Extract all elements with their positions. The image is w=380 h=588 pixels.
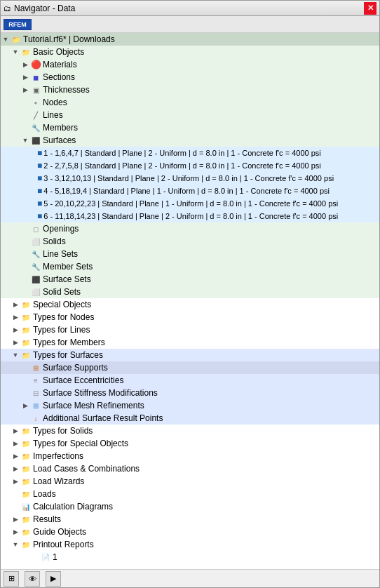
load-wizards-expand[interactable]: ▶ [11, 476, 20, 486]
status-btn-3[interactable]: ▶ [46, 571, 61, 587]
status-btn-2[interactable]: 👁 [25, 571, 40, 587]
load-cases-item[interactable]: ▶ 📁 Load Cases & Combinations [1, 462, 379, 475]
lines-icon: ╱ [30, 109, 41, 121]
types-special-item[interactable]: ▶ 📁 Types for Special Objects [1, 437, 379, 450]
load-wizards-item[interactable]: ▶ 📁 Load Wizards [1, 475, 379, 488]
types-solids-icon: 📁 [20, 425, 32, 436]
additional-surface-icon: ↓ [30, 413, 41, 424]
members-item[interactable]: 🔧 Members [1, 121, 379, 134]
rfem-icon[interactable]: RFEM [4, 19, 32, 30]
printout-reports-item[interactable]: ▼ 📁 Printout Reports [1, 538, 379, 551]
printout-reports-label: Printout Reports [33, 540, 94, 549]
basic-objects-expand[interactable]: ▼ [11, 47, 20, 57]
load-cases-expand[interactable]: ▶ [11, 464, 20, 474]
status-btn-1[interactable]: ⊞ [4, 571, 19, 587]
surface-supports-label: Surface Supports [43, 363, 108, 373]
types-members-icon: 📁 [20, 337, 32, 348]
calc-diagrams-item[interactable]: 📊 Calculation Diagrams [1, 500, 379, 513]
loads-item[interactable]: 📁 Loads [1, 488, 379, 500]
imperfections-item[interactable]: ▶ 📁 Imperfections [1, 450, 379, 462]
results-expand[interactable]: ▶ [11, 514, 20, 524]
openings-item[interactable]: ◻ Openings [1, 222, 379, 235]
openings-icon: ◻ [30, 223, 41, 234]
lines-item[interactable]: ╱ Lines [1, 109, 379, 121]
tree-container[interactable]: ▼ 📁 Tutorial.rf6* | Downloads ▼ 📁 Basic … [1, 33, 379, 569]
special-objects-item[interactable]: ▶ 📁 Special Objects [1, 298, 379, 311]
surface-sets-item[interactable]: ⬛ Surface Sets [1, 273, 379, 286]
basic-objects-label: Basic Objects [33, 47, 84, 57]
thicknesses-expand[interactable]: ▶ [20, 85, 30, 95]
types-lines-icon: 📁 [20, 324, 32, 335]
load-cases-icon: 📁 [20, 463, 32, 474]
types-surfaces-item[interactable]: ▼ 📁 Types for Surfaces [1, 349, 379, 361]
status-btn-1-label: ⊞ [8, 574, 15, 583]
close-button[interactable]: ✕ [364, 2, 376, 15]
main-window: 🗂 Navigator - Data ✕ RFEM ▼ 📁 Tutorial.r… [0, 0, 380, 588]
results-item[interactable]: ▶ 📁 Results [1, 513, 379, 526]
types-surfaces-expand[interactable]: ▼ [11, 350, 20, 360]
rfem-label: RFEM [8, 21, 27, 28]
imperfections-expand[interactable]: ▶ [11, 451, 20, 461]
types-special-expand[interactable]: ▶ [11, 439, 20, 448]
surface-row-1[interactable]: ■ 1 - 1,6,4,7 | Standard | Plane | 2 - U… [1, 147, 379, 159]
line-sets-label: Line Sets [43, 249, 78, 259]
solid-sets-icon: ⬜ [30, 286, 41, 298]
types-members-item[interactable]: ▶ 📁 Types for Members [1, 336, 379, 349]
solids-item[interactable]: ⬜ Solids [1, 235, 379, 248]
surface-row-5[interactable]: ■ 5 - 20,10,22,23 | Standard | Plane | 1… [1, 197, 379, 210]
surface-row-3[interactable]: ■ 3 - 3,12,10,13 | Standard | Plane | 2 … [1, 172, 379, 185]
types-lines-expand[interactable]: ▶ [11, 325, 20, 335]
printout-reports-expand[interactable]: ▼ [11, 540, 20, 549]
surface-eccentricities-label: Surface Eccentricities [43, 375, 123, 385]
surfaces-icon: ⬛ [30, 135, 41, 146]
surface-stiffness-icon: ⊟ [30, 387, 41, 399]
types-solids-item[interactable]: ▶ 📁 Types for Solids [1, 425, 379, 437]
surface-eccentricities-item[interactable]: ≡ Surface Eccentricities [1, 374, 379, 387]
guide-objects-item[interactable]: ▶ 📁 Guide Objects [1, 526, 379, 538]
line-sets-item[interactable]: 🔧 Line Sets [1, 248, 379, 260]
root-expand[interactable]: ▼ [1, 34, 11, 44]
surface-supports-item[interactable]: ⊞ Surface Supports [1, 361, 379, 374]
sections-expand[interactable]: ▶ [20, 72, 30, 82]
surface-sets-label: Surface Sets [43, 274, 91, 284]
surface-row-6[interactable]: ■ 6 - 11,18,14,23 | Standard | Plane | 2… [1, 210, 379, 222]
surfaces-item[interactable]: ▼ ⬛ Surfaces [1, 134, 379, 147]
types-solids-expand[interactable]: ▶ [11, 426, 20, 436]
surface-5-label: 5 - 20,10,22,23 | Standard | Plane | 1 -… [42, 199, 338, 208]
surfaces-expand[interactable]: ▼ [20, 135, 30, 145]
calc-diagrams-label: Calculation Diagrams [33, 502, 113, 512]
materials-item[interactable]: ▶ 🔴 Materials [1, 58, 379, 71]
surface-4-label: 4 - 5,18,19,4 | Standard | Plane | 1 - U… [42, 187, 330, 195]
solid-sets-label: Solid Sets [43, 287, 81, 297]
calc-diagrams-icon: 📊 [20, 501, 32, 512]
additional-surface-label: Additional Surface Result Points [43, 413, 163, 423]
types-members-expand[interactable]: ▶ [11, 338, 20, 347]
types-lines-item[interactable]: ▶ 📁 Types for Lines [1, 323, 379, 336]
types-nodes-expand[interactable]: ▶ [11, 312, 20, 322]
surface-supports-icon: ⊞ [30, 362, 41, 373]
surface-row-4[interactable]: ■ 4 - 5,18,19,4 | Standard | Plane | 1 -… [1, 185, 379, 197]
additional-surface-item[interactable]: ↓ Additional Surface Result Points [1, 412, 379, 425]
printout-item-1[interactable]: 📄 1 [1, 551, 379, 563]
special-objects-expand[interactable]: ▶ [11, 300, 20, 309]
solid-sets-item[interactable]: ⬜ Solid Sets [1, 286, 379, 298]
basic-objects-icon: 📁 [20, 46, 32, 58]
member-sets-icon: 🔧 [30, 261, 41, 272]
solids-label: Solids [43, 236, 66, 246]
types-nodes-item[interactable]: ▶ 📁 Types for Nodes [1, 311, 379, 323]
materials-expand[interactable]: ▶ [20, 60, 30, 69]
surface-mesh-item[interactable]: ▶ ⊞ Surface Mesh Refinements [1, 399, 379, 412]
root-item[interactable]: ▼ 📁 Tutorial.rf6* | Downloads [1, 33, 379, 46]
surface-row-2[interactable]: ■ 2 - 2,7,5,8 | Standard | Plane | 2 - U… [1, 159, 379, 172]
member-sets-item[interactable]: 🔧 Member Sets [1, 260, 379, 273]
printout-reports-icon: 📁 [20, 539, 32, 550]
sections-item[interactable]: ▶ ◼ Sections [1, 71, 379, 83]
basic-objects-item[interactable]: ▼ 📁 Basic Objects [1, 46, 379, 58]
imperfections-label: Imperfections [33, 451, 83, 461]
nodes-item[interactable]: ● Nodes [1, 96, 379, 109]
materials-icon: 🔴 [30, 59, 41, 70]
guide-objects-expand[interactable]: ▶ [11, 527, 20, 537]
thicknesses-item[interactable]: ▶ ▣ Thicknesses [1, 83, 379, 96]
surface-mesh-expand[interactable]: ▶ [20, 401, 30, 410]
surface-stiffness-item[interactable]: ⊟ Surface Stiffness Modifications [1, 387, 379, 399]
